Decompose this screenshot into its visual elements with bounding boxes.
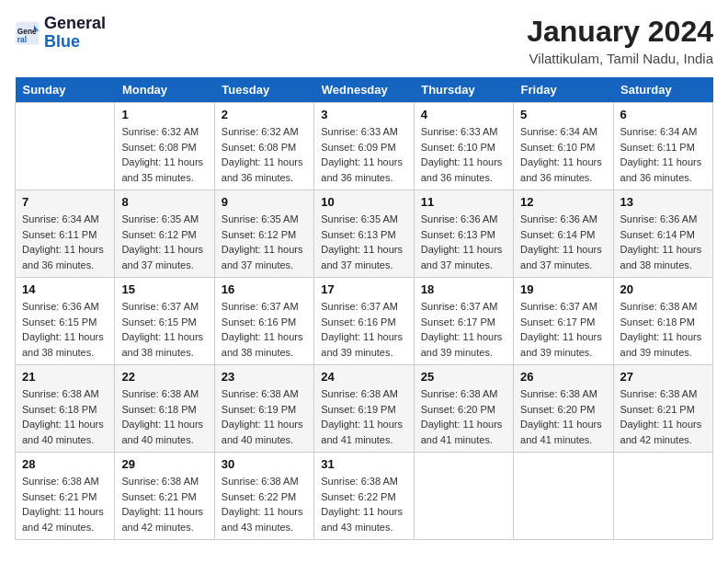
calendar-cell: 9Sunrise: 6:35 AM Sunset: 6:12 PM Daylig…: [214, 190, 313, 278]
day-number: 21: [22, 370, 108, 384]
day-detail: Sunrise: 6:37 AM Sunset: 6:16 PM Dayligh…: [222, 299, 307, 360]
calendar-cell: 22Sunrise: 6:38 AM Sunset: 6:18 PM Dayli…: [115, 365, 214, 453]
day-detail: Sunrise: 6:38 AM Sunset: 6:18 PM Dayligh…: [121, 386, 207, 447]
day-detail: Sunrise: 6:34 AM Sunset: 6:11 PM Dayligh…: [620, 124, 706, 185]
calendar-cell: 6Sunrise: 6:34 AM Sunset: 6:11 PM Daylig…: [613, 103, 712, 190]
calendar-week-1: 1Sunrise: 6:32 AM Sunset: 6:08 PM Daylig…: [16, 103, 713, 190]
calendar-week-3: 14Sunrise: 6:36 AM Sunset: 6:15 PM Dayli…: [16, 278, 713, 365]
day-number: 10: [321, 195, 406, 209]
weekday-header-row: SundayMondayTuesdayWednesdayThursdayFrid…: [16, 77, 713, 103]
day-detail: Sunrise: 6:36 AM Sunset: 6:14 PM Dayligh…: [620, 212, 706, 272]
day-number: 26: [520, 370, 606, 384]
day-number: 5: [520, 108, 606, 121]
day-detail: Sunrise: 6:37 AM Sunset: 6:17 PM Dayligh…: [520, 299, 606, 360]
calendar-cell: 20Sunrise: 6:38 AM Sunset: 6:18 PM Dayli…: [613, 278, 712, 365]
calendar-cell: [414, 453, 513, 540]
day-detail: Sunrise: 6:35 AM Sunset: 6:12 PM Dayligh…: [121, 212, 207, 272]
day-number: 11: [421, 195, 506, 209]
day-detail: Sunrise: 6:38 AM Sunset: 6:18 PM Dayligh…: [620, 299, 706, 360]
calendar-cell: 5Sunrise: 6:34 AM Sunset: 6:10 PM Daylig…: [514, 103, 613, 190]
calendar-cell: 12Sunrise: 6:36 AM Sunset: 6:14 PM Dayli…: [514, 190, 613, 278]
day-detail: Sunrise: 6:38 AM Sunset: 6:22 PM Dayligh…: [222, 474, 307, 534]
svg-text:ral: ral: [17, 35, 27, 44]
day-number: 15: [121, 282, 207, 296]
day-number: 3: [321, 108, 406, 121]
day-number: 16: [222, 282, 307, 296]
logo-icon: Gene ral: [15, 20, 40, 46]
title-block: January 2024 Vilattikulam, Tamil Nadu, I…: [527, 15, 713, 66]
logo-text: GeneralBlue: [44, 15, 106, 52]
calendar-subtitle: Vilattikulam, Tamil Nadu, India: [527, 51, 713, 66]
weekday-saturday: Saturday: [613, 77, 712, 103]
day-detail: Sunrise: 6:38 AM Sunset: 6:20 PM Dayligh…: [520, 386, 606, 447]
calendar-cell: 18Sunrise: 6:37 AM Sunset: 6:17 PM Dayli…: [414, 278, 513, 365]
day-detail: Sunrise: 6:33 AM Sunset: 6:10 PM Dayligh…: [421, 124, 506, 185]
page-header: Gene ral GeneralBlue January 2024 Vilatt…: [15, 15, 713, 66]
weekday-thursday: Thursday: [414, 77, 513, 103]
day-detail: Sunrise: 6:33 AM Sunset: 6:09 PM Dayligh…: [321, 124, 406, 185]
calendar-body: 1Sunrise: 6:32 AM Sunset: 6:08 PM Daylig…: [16, 103, 713, 540]
day-detail: Sunrise: 6:35 AM Sunset: 6:12 PM Dayligh…: [222, 212, 307, 272]
calendar-cell: 30Sunrise: 6:38 AM Sunset: 6:22 PM Dayli…: [214, 453, 313, 540]
calendar-cell: 29Sunrise: 6:38 AM Sunset: 6:21 PM Dayli…: [115, 453, 214, 540]
day-detail: Sunrise: 6:36 AM Sunset: 6:13 PM Dayligh…: [421, 212, 506, 272]
day-detail: Sunrise: 6:32 AM Sunset: 6:08 PM Dayligh…: [222, 124, 307, 185]
calendar-cell: [613, 453, 712, 540]
day-number: 6: [620, 108, 706, 121]
weekday-sunday: Sunday: [16, 77, 115, 103]
day-detail: Sunrise: 6:38 AM Sunset: 6:22 PM Dayligh…: [321, 474, 406, 534]
day-detail: Sunrise: 6:38 AM Sunset: 6:21 PM Dayligh…: [620, 386, 706, 447]
day-number: 19: [520, 282, 606, 296]
day-detail: Sunrise: 6:38 AM Sunset: 6:18 PM Dayligh…: [22, 386, 108, 447]
day-number: 9: [222, 195, 307, 209]
day-number: 8: [121, 195, 207, 209]
day-detail: Sunrise: 6:34 AM Sunset: 6:11 PM Dayligh…: [22, 212, 108, 272]
calendar-cell: 16Sunrise: 6:37 AM Sunset: 6:16 PM Dayli…: [214, 278, 313, 365]
calendar-title: January 2024: [527, 15, 713, 49]
day-detail: Sunrise: 6:37 AM Sunset: 6:17 PM Dayligh…: [421, 299, 506, 360]
calendar-cell: 8Sunrise: 6:35 AM Sunset: 6:12 PM Daylig…: [115, 190, 214, 278]
day-number: 24: [321, 370, 406, 384]
calendar-cell: 27Sunrise: 6:38 AM Sunset: 6:21 PM Dayli…: [613, 365, 712, 453]
calendar-cell: 24Sunrise: 6:38 AM Sunset: 6:19 PM Dayli…: [314, 365, 414, 453]
day-number: 1: [121, 108, 207, 121]
day-number: 12: [520, 195, 606, 209]
day-detail: Sunrise: 6:37 AM Sunset: 6:16 PM Dayligh…: [321, 299, 406, 360]
day-number: 22: [121, 370, 207, 384]
calendar-cell: 10Sunrise: 6:35 AM Sunset: 6:13 PM Dayli…: [314, 190, 414, 278]
calendar-cell: 17Sunrise: 6:37 AM Sunset: 6:16 PM Dayli…: [314, 278, 414, 365]
calendar-cell: 31Sunrise: 6:38 AM Sunset: 6:22 PM Dayli…: [314, 453, 414, 540]
calendar-cell: 3Sunrise: 6:33 AM Sunset: 6:09 PM Daylig…: [314, 103, 414, 190]
day-number: 13: [620, 195, 706, 209]
calendar-cell: 13Sunrise: 6:36 AM Sunset: 6:14 PM Dayli…: [613, 190, 712, 278]
day-number: 31: [321, 457, 406, 471]
calendar-cell: 11Sunrise: 6:36 AM Sunset: 6:13 PM Dayli…: [414, 190, 513, 278]
calendar-week-2: 7Sunrise: 6:34 AM Sunset: 6:11 PM Daylig…: [16, 190, 713, 278]
day-detail: Sunrise: 6:32 AM Sunset: 6:08 PM Dayligh…: [121, 124, 207, 185]
day-number: 23: [222, 370, 307, 384]
day-detail: Sunrise: 6:38 AM Sunset: 6:19 PM Dayligh…: [321, 386, 406, 447]
day-number: 2: [222, 108, 307, 121]
weekday-friday: Friday: [514, 77, 613, 103]
day-detail: Sunrise: 6:38 AM Sunset: 6:19 PM Dayligh…: [222, 386, 307, 447]
day-detail: Sunrise: 6:38 AM Sunset: 6:21 PM Dayligh…: [121, 474, 207, 534]
calendar-cell: 23Sunrise: 6:38 AM Sunset: 6:19 PM Dayli…: [214, 365, 313, 453]
calendar-cell: 26Sunrise: 6:38 AM Sunset: 6:20 PM Dayli…: [514, 365, 613, 453]
day-number: 7: [22, 195, 108, 209]
calendar-cell: 14Sunrise: 6:36 AM Sunset: 6:15 PM Dayli…: [16, 278, 115, 365]
day-number: 29: [121, 457, 207, 471]
calendar-cell: 28Sunrise: 6:38 AM Sunset: 6:21 PM Dayli…: [16, 453, 115, 540]
day-number: 4: [421, 108, 506, 121]
day-detail: Sunrise: 6:34 AM Sunset: 6:10 PM Dayligh…: [520, 124, 606, 185]
calendar-cell: 2Sunrise: 6:32 AM Sunset: 6:08 PM Daylig…: [214, 103, 313, 190]
day-number: 17: [321, 282, 406, 296]
day-detail: Sunrise: 6:37 AM Sunset: 6:15 PM Dayligh…: [121, 299, 207, 360]
day-detail: Sunrise: 6:38 AM Sunset: 6:21 PM Dayligh…: [22, 474, 108, 534]
calendar-cell: 1Sunrise: 6:32 AM Sunset: 6:08 PM Daylig…: [115, 103, 214, 190]
day-detail: Sunrise: 6:36 AM Sunset: 6:14 PM Dayligh…: [520, 212, 606, 272]
calendar-cell: [514, 453, 613, 540]
logo: Gene ral GeneralBlue: [15, 15, 106, 52]
day-number: 25: [421, 370, 506, 384]
calendar-cell: 4Sunrise: 6:33 AM Sunset: 6:10 PM Daylig…: [414, 103, 513, 190]
day-detail: Sunrise: 6:36 AM Sunset: 6:15 PM Dayligh…: [22, 299, 108, 360]
